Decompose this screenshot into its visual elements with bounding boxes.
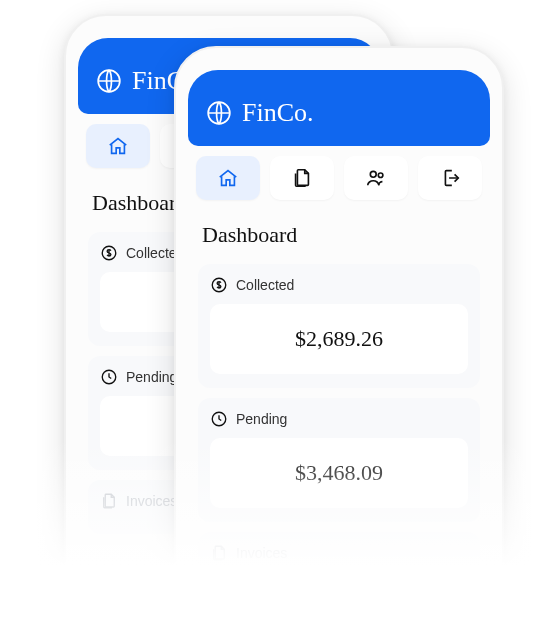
- home-icon: [217, 167, 239, 189]
- documents-icon: [291, 167, 313, 189]
- dollar-icon: [100, 244, 118, 262]
- card-pending-label: Pending: [236, 411, 287, 427]
- card-collected-value: $2,689.26: [210, 304, 468, 374]
- card-pending-label: Pending: [126, 369, 177, 385]
- card-pending: Pending $3,468.09: [198, 398, 480, 522]
- users-icon: [365, 167, 387, 189]
- brand-name: FinCo.: [242, 98, 314, 128]
- nav-home[interactable]: [86, 124, 150, 168]
- logout-icon: [439, 167, 461, 189]
- svg-point-6: [370, 171, 376, 177]
- clock-icon: [100, 368, 118, 386]
- card-pending-value: $3,468.09: [210, 438, 468, 508]
- invoices-icon: [210, 544, 228, 562]
- dollar-icon: [210, 276, 228, 294]
- card-collected-label: Collected: [236, 277, 294, 293]
- app-header: FinCo.: [188, 70, 490, 146]
- home-icon: [107, 135, 129, 157]
- globe-icon: [96, 68, 122, 94]
- clock-icon: [210, 410, 228, 428]
- nav-documents[interactable]: [270, 156, 334, 200]
- card-collected: Collected $2,689.26: [198, 264, 480, 388]
- nav-users[interactable]: [344, 156, 408, 200]
- nav-logout[interactable]: [418, 156, 482, 200]
- page-title: Dashboard: [188, 208, 490, 258]
- card-invoices-label: Invoices: [126, 493, 177, 509]
- svg-point-7: [378, 173, 383, 178]
- phone-mockup-front: FinCo. Dashboard Collected $2,689.26: [174, 46, 504, 620]
- globe-icon: [206, 100, 232, 126]
- card-invoices-label: Invoices: [236, 545, 287, 561]
- nav-home[interactable]: [196, 156, 260, 200]
- card-invoices: Invoices: [198, 532, 480, 586]
- bottom-nav: [188, 146, 490, 208]
- invoices-icon: [100, 492, 118, 510]
